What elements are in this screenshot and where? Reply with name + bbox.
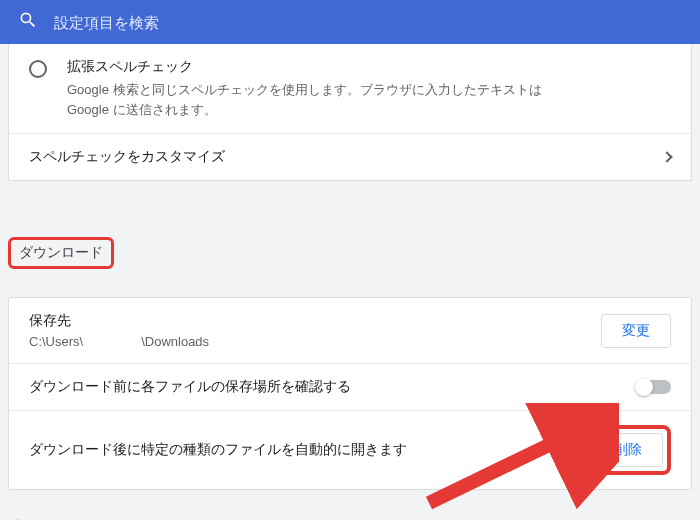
radio-icon[interactable] [29, 60, 47, 78]
remove-button-highlight: 削除 [585, 425, 671, 475]
spellcheck-customize-label: スペルチェックをカスタマイズ [29, 148, 225, 166]
download-location-path: C:\Users\\Downloads [29, 334, 209, 349]
redacted-username [83, 337, 141, 349]
spellcheck-card: 拡張スペルチェック Google 検索と同じスペルチェックを使用します。ブラウザ… [8, 44, 692, 181]
downloads-card: 保存先 C:\Users\\Downloads 変更 ダウンロード前に各ファイル… [8, 297, 692, 490]
ask-before-download-row[interactable]: ダウンロード前に各ファイルの保存場所を確認する [9, 363, 691, 410]
spellcheck-customize-row[interactable]: スペルチェックをカスタマイズ [9, 133, 691, 180]
spellcheck-enhanced-row[interactable]: 拡張スペルチェック Google 検索と同じスペルチェックを使用します。ブラウザ… [9, 44, 691, 133]
download-location-row: 保存先 C:\Users\\Downloads 変更 [9, 298, 691, 363]
download-location-label: 保存先 [29, 312, 209, 330]
ask-before-download-label: ダウンロード前に各ファイルの保存場所を確認する [29, 378, 351, 396]
change-location-button[interactable]: 変更 [601, 314, 671, 348]
spellcheck-option-desc: Google 検索と同じスペルチェックを使用します。ブラウザに入力したテキストは… [67, 80, 587, 119]
remove-autoopen-button[interactable]: 削除 [593, 433, 663, 467]
chevron-right-icon [661, 151, 672, 162]
autoopen-label: ダウンロード後に特定の種類のファイルを自動的に開きます [29, 441, 407, 459]
autoopen-row: ダウンロード後に特定の種類のファイルを自動的に開きます 削除 [9, 410, 691, 489]
settings-search-bar[interactable] [0, 0, 700, 44]
search-input[interactable] [54, 14, 682, 31]
spellcheck-option-title: 拡張スペルチェック [67, 58, 587, 76]
toggle-switch[interactable] [637, 380, 671, 394]
downloads-heading: ダウンロード [8, 237, 114, 269]
search-icon [18, 10, 38, 34]
